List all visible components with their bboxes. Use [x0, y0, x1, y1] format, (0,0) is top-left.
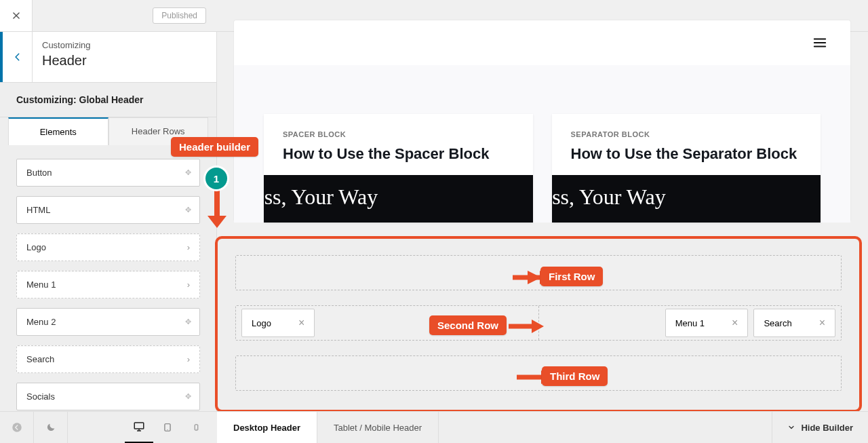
element-label: Menu 2: [26, 317, 56, 327]
element-label: Menu 1: [26, 280, 56, 290]
element-label: HTML: [26, 205, 50, 215]
tab-elements[interactable]: Elements: [8, 117, 108, 145]
chevron-right-icon: ›: [187, 242, 190, 252]
chip-search[interactable]: Search ×: [753, 309, 835, 337]
svg-point-0: [12, 423, 22, 432]
center-divider: [538, 306, 539, 340]
mobile-menu-toggle[interactable]: [812, 35, 827, 50]
drag-handle-icon: ✥: [185, 392, 190, 401]
annotation-third-row: Third Row: [542, 366, 608, 386]
tab-mobile-header[interactable]: Tablet / Mobile Header: [317, 412, 439, 444]
customizer-panel: Customizing Header Customizing: Global H…: [0, 32, 217, 411]
panel-subheading: Customizing: Global Header: [0, 83, 216, 117]
elements-list: Button ✥ HTML ✥ Logo › Menu 1 › Menu 2 ✥…: [0, 145, 216, 411]
element-search[interactable]: Search ›: [16, 345, 200, 373]
remove-chip-icon[interactable]: ×: [298, 317, 304, 328]
element-html[interactable]: HTML ✥: [16, 196, 200, 224]
card-hero: dPress, Your Way: [264, 175, 533, 223]
chip-label: Menu 1: [675, 318, 705, 328]
element-label: Logo: [26, 242, 46, 252]
drag-handle-icon: ✥: [185, 206, 190, 214]
builder-second-row[interactable]: Logo × Menu 1 × Search ×: [235, 305, 842, 341]
builder-third-row[interactable]: [235, 355, 842, 391]
circle-left-icon: [11, 421, 23, 434]
desktop-icon: [132, 421, 146, 433]
remove-chip-icon[interactable]: ×: [819, 317, 825, 328]
show-controls-button[interactable]: [0, 412, 34, 444]
subheading-text: Customizing: Global Header: [16, 94, 143, 105]
element-label: Socials: [26, 391, 55, 402]
footer-icons-bar: [0, 411, 217, 443]
moon-icon: [45, 422, 56, 433]
tablet-icon: [163, 421, 172, 434]
chip-label: Search: [764, 318, 791, 328]
card-kicker: SPACER BLOCK: [264, 114, 533, 145]
builder-first-row[interactable]: [235, 255, 842, 290]
element-logo[interactable]: Logo ›: [16, 233, 200, 261]
chevron-left-icon: [13, 52, 22, 62]
hide-builder-button[interactable]: Hide Builder: [772, 412, 868, 444]
annotation-header-builder: Header builder: [171, 137, 258, 157]
element-button[interactable]: Button ✥: [16, 159, 200, 187]
back-button[interactable]: [0, 32, 33, 82]
preview-content: SPACER BLOCK How to Use the Spacer Block…: [234, 65, 850, 223]
hide-builder-label: Hide Builder: [801, 423, 853, 433]
header-builder-area: Logo × Menu 1 × Search ×: [215, 236, 862, 412]
panel-titles: Customizing Header: [33, 32, 100, 82]
chevron-down-icon: [787, 423, 795, 431]
preview-card: SEPARATOR BLOCK How to Use the Separator…: [552, 114, 821, 223]
breadcrumb: Customizing: [42, 40, 91, 50]
annotation-second-row: Second Row: [429, 315, 507, 335]
card-kicker: SEPARATOR BLOCK: [552, 114, 821, 145]
svg-point-3: [167, 429, 167, 430]
element-menu2[interactable]: Menu 2 ✥: [16, 308, 200, 336]
chip-logo[interactable]: Logo ×: [241, 309, 315, 337]
published-button[interactable]: Published: [153, 7, 206, 24]
chip-label: Logo: [252, 318, 271, 328]
panel-header: Customizing Header: [0, 32, 216, 83]
tab-desktop-header[interactable]: Desktop Header: [217, 412, 317, 444]
mobile-icon: [193, 421, 200, 434]
builder-tabs-bar: Desktop Header Tablet / Mobile Header Hi…: [217, 411, 868, 443]
dark-mode-button[interactable]: [34, 412, 68, 444]
element-menu1[interactable]: Menu 1 ›: [16, 271, 200, 298]
remove-chip-icon[interactable]: ×: [732, 317, 738, 328]
svg-rect-1: [134, 423, 144, 429]
chevron-right-icon: ›: [187, 354, 190, 364]
hamburger-icon: [812, 35, 827, 50]
card-hero: dPress, Your Way: [552, 175, 821, 223]
preview-card: SPACER BLOCK How to Use the Spacer Block…: [264, 114, 533, 223]
chip-menu1[interactable]: Menu 1 ×: [665, 309, 749, 337]
site-preview: SPACER BLOCK How to Use the Spacer Block…: [234, 20, 850, 221]
drag-handle-icon: ✥: [185, 168, 190, 177]
element-label: Button: [26, 168, 52, 178]
element-label: Search: [26, 354, 54, 364]
device-desktop-button[interactable]: [125, 412, 153, 444]
annotation-step-badge: 1: [205, 168, 227, 189]
device-tablet-button[interactable]: [153, 412, 182, 444]
page-title: Header: [42, 53, 91, 69]
card-title: How to Use the Spacer Block: [264, 145, 533, 175]
annotation-first-row: First Row: [540, 267, 603, 286]
svg-point-5: [196, 429, 197, 429]
close-customizer-button[interactable]: [0, 0, 33, 32]
drag-handle-icon: ✥: [185, 317, 190, 326]
device-mobile-button[interactable]: [182, 412, 210, 444]
preview-header: [234, 20, 850, 65]
right-chip-group: Menu 1 × Search ×: [665, 309, 835, 337]
device-switcher: [125, 412, 217, 444]
footer-left-group: [0, 412, 68, 444]
close-icon: [12, 11, 21, 20]
chevron-right-icon: ›: [187, 280, 190, 290]
element-socials[interactable]: Socials ✥: [16, 383, 200, 410]
card-title: How to Use the Separator Block: [552, 145, 821, 175]
